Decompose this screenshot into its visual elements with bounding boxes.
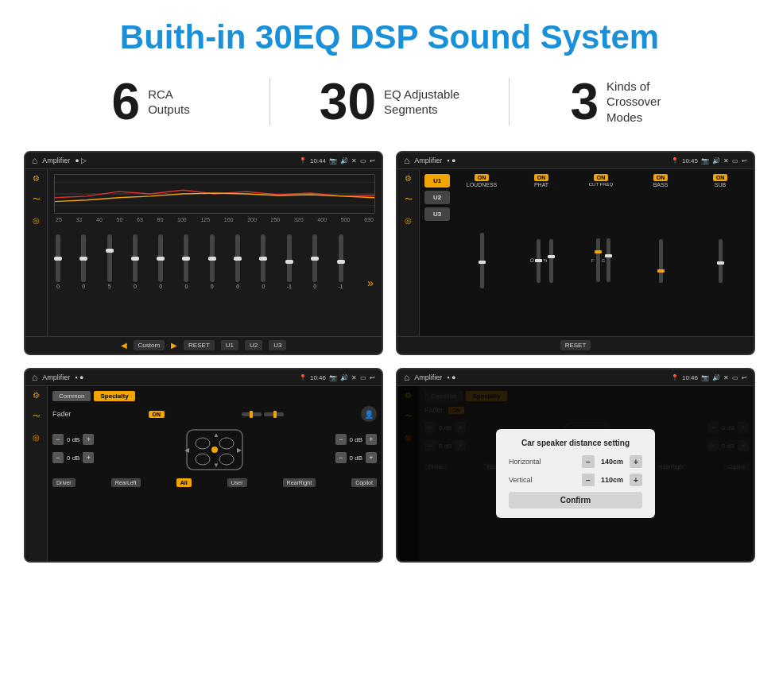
amp-content: ⚙ 〜 ◎ U1 U2 U3 ON LOUDNESS	[397, 169, 754, 336]
ch-track-phat-g[interactable]	[537, 239, 541, 283]
amp-filter-icon[interactable]: ⚙	[405, 174, 412, 183]
tab-common[interactable]: Common	[52, 391, 91, 401]
eq-u2-btn[interactable]: U2	[245, 340, 262, 350]
eq-next-icon[interactable]: ▶	[171, 341, 177, 350]
eq-track-0[interactable]	[56, 234, 60, 282]
close-icon-3[interactable]: ✕	[351, 374, 357, 381]
vol-minus-fr[interactable]: −	[335, 434, 347, 445]
btn-driver[interactable]: Driver	[52, 478, 76, 487]
eq-custom-btn[interactable]: Custom	[134, 340, 165, 350]
eq-expand-icon[interactable]: »	[367, 277, 374, 289]
vol-minus-rl[interactable]: −	[52, 452, 64, 463]
ch-track-loudness[interactable]	[480, 233, 484, 288]
eq-track-3[interactable]	[133, 234, 138, 282]
eq-u3-btn[interactable]: U3	[269, 340, 286, 350]
eq-track-4[interactable]	[158, 234, 163, 282]
btn-all[interactable]: All	[176, 478, 192, 487]
amp-speaker-icon[interactable]: ◎	[405, 216, 412, 225]
vol-minus-fl[interactable]: −	[52, 434, 64, 445]
eq-track-10[interactable]	[312, 234, 317, 282]
home-icon-1[interactable]: ⌂	[32, 155, 37, 166]
eq-track-8[interactable]	[261, 234, 265, 282]
ch-track-cutfreq-f[interactable]	[596, 238, 600, 282]
btn-rearleft[interactable]: RearLeft	[111, 478, 141, 487]
amp-reset-btn[interactable]: RESET	[560, 340, 591, 350]
eq-track-1[interactable]	[81, 234, 86, 282]
eq-reset-btn[interactable]: RESET	[184, 340, 215, 350]
ch-on-sub[interactable]: ON	[713, 174, 728, 181]
back-icon-3[interactable]: ↩	[370, 374, 375, 381]
close-icon-2[interactable]: ✕	[723, 157, 729, 164]
amp-preset-u1[interactable]: U1	[424, 174, 450, 188]
ch-on-bass[interactable]: ON	[653, 174, 669, 181]
rect-icon-3: ▭	[360, 374, 366, 381]
dialog-vertical-plus[interactable]: +	[630, 474, 642, 486]
stat-eq-number: 30	[320, 76, 376, 127]
back-icon-4[interactable]: ↩	[742, 374, 747, 381]
ch-header-bass: ON BASS	[653, 174, 669, 188]
location-icon-4: 📍	[671, 374, 679, 381]
ch-track-cutfreq-g[interactable]	[607, 238, 610, 282]
eq-filter-icon[interactable]: ⚙	[33, 174, 40, 183]
vol-row-fl: − 0 dB +	[52, 434, 94, 445]
dialog-confirm-button[interactable]: Confirm	[509, 492, 642, 509]
stat-eq-label: EQ AdjustableSegments	[384, 87, 459, 118]
back-icon-1[interactable]: ↩	[370, 157, 375, 164]
vol-plus-fr[interactable]: +	[366, 434, 377, 445]
dialog-vertical-minus[interactable]: −	[582, 474, 595, 486]
back-icon-2[interactable]: ↩	[742, 157, 747, 164]
btn-copilot[interactable]: Copilot	[351, 478, 377, 487]
eq-speaker-icon[interactable]: ◎	[33, 216, 40, 225]
eq-track-7[interactable]	[235, 234, 240, 282]
fader-track-2[interactable]	[264, 412, 284, 416]
time-1: 10:44	[310, 157, 326, 164]
eq-prev-icon[interactable]: ◀	[121, 341, 127, 350]
status-left-1: ⌂ Amplifier ● ▷	[32, 155, 87, 166]
vol-icon-3: 🔊	[340, 374, 348, 381]
eq-track-11[interactable]	[339, 234, 343, 282]
vol-plus-fl[interactable]: +	[83, 434, 94, 445]
home-icon-3[interactable]: ⌂	[32, 372, 37, 383]
eq-u1-btn[interactable]: U1	[221, 340, 238, 350]
eq-track-2[interactable]	[107, 234, 112, 282]
fader-speaker-icon[interactable]: ◎	[33, 433, 40, 442]
eq-slider-9: -1	[287, 234, 292, 289]
svg-point-7	[196, 454, 210, 465]
eq-graph	[54, 174, 375, 214]
amp-preset-u3[interactable]: U3	[424, 207, 450, 221]
ch-track-bass[interactable]	[659, 239, 663, 283]
amp-wave-icon[interactable]: 〜	[405, 194, 413, 205]
dialog-horizontal-minus[interactable]: −	[582, 455, 595, 468]
svg-text:◀: ◀	[184, 447, 190, 454]
fader-wave-icon[interactable]: 〜	[33, 411, 41, 422]
ch-on-cutfreq[interactable]: ON	[594, 174, 609, 181]
eq-track-9[interactable]	[287, 234, 292, 282]
eq-track-6[interactable]	[210, 234, 215, 282]
eq-wave-icon[interactable]: 〜	[33, 194, 41, 205]
vol-plus-rl[interactable]: +	[83, 452, 94, 463]
btn-rearright[interactable]: RearRight	[283, 478, 316, 487]
close-icon-1[interactable]: ✕	[351, 157, 357, 164]
home-icon-2[interactable]: ⌂	[404, 155, 409, 166]
ch-on-phat[interactable]: ON	[534, 174, 549, 181]
eq-track-5[interactable]	[184, 234, 188, 282]
location-icon-3: 📍	[299, 374, 307, 381]
ch-on-loudness[interactable]: ON	[475, 174, 490, 181]
fader-track-1[interactable]	[242, 412, 262, 416]
home-icon-4[interactable]: ⌂	[404, 372, 409, 383]
dialog-horizontal-plus[interactable]: +	[630, 455, 642, 468]
amp-preset-u2[interactable]: U2	[424, 191, 450, 204]
ch-track-phat-f[interactable]	[549, 239, 553, 283]
btn-user[interactable]: User	[227, 478, 247, 487]
tab-specialty[interactable]: Specialty	[94, 391, 134, 401]
fader-filter-icon[interactable]: ⚙	[33, 391, 40, 400]
dialog-overlay: Car speaker distance setting Horizontal …	[397, 386, 754, 561]
vol-plus-rr[interactable]: +	[366, 452, 377, 463]
vol-minus-rr[interactable]: −	[335, 452, 347, 463]
fader-user-icon[interactable]: 👤	[361, 406, 377, 422]
status-left-2: ⌂ Amplifier ▪ ●	[404, 155, 455, 166]
amp-main-area: U1 U2 U3 ON LOUDNESS	[420, 169, 754, 336]
close-icon-4[interactable]: ✕	[723, 374, 729, 381]
fader-on-toggle[interactable]: ON	[149, 411, 165, 418]
ch-track-sub[interactable]	[719, 239, 723, 283]
